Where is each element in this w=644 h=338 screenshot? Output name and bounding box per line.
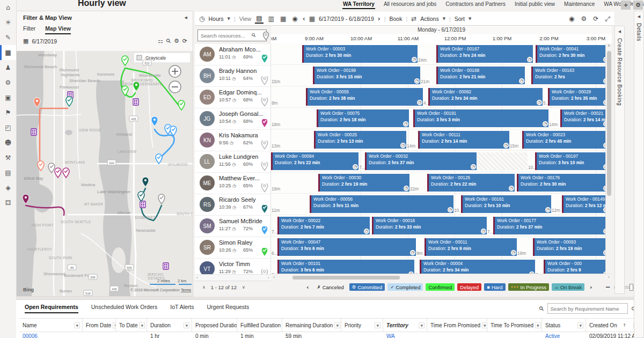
booking-block[interactable]: Work Order - 00056Duration: 3 hrs 11 min… (310, 195, 453, 213)
sidebar-item-documents-icon[interactable]: ▤ (0, 165, 16, 180)
table-row[interactable]: 000061 hr0 min1 min59 minWAActive02/09/2… (19, 331, 644, 338)
booking-block[interactable]: Work Order - 00199Duration: 3 hrs 15 min… (313, 67, 420, 84)
resource-row[interactable]: KNKris Nakamura9:56 ◷62% (195, 130, 270, 151)
settings-icon[interactable]: ⚙ (581, 15, 587, 23)
column-header-time-from-promised[interactable]: Time From Promised▼ (427, 319, 487, 332)
booking-block[interactable]: Work Order - 00041Duration: 2 hrs 30 min… (536, 45, 605, 63)
booking-block[interactable]: Work Order - 00055Duration: 2 hrs 38 min… (306, 88, 423, 106)
gantt-hscrollbar[interactable]: ‹› (271, 274, 612, 280)
chevron-down-icon[interactable]: ▼ (443, 17, 445, 21)
map-pin-icon[interactable] (261, 162, 267, 171)
sidebar-item-connections-icon[interactable]: ✳ (0, 15, 16, 30)
search-requirement-input[interactable] (547, 303, 628, 314)
sidebar-item-schedule-board-icon[interactable]: ▦ (0, 45, 16, 60)
map-pin-icon[interactable] (261, 141, 267, 149)
map-pin-icon[interactable] (261, 98, 267, 106)
page-up-icon[interactable]: ∧ (202, 285, 206, 290)
resource-list-hscrollbar[interactable]: ‹› (195, 274, 271, 281)
legend-canceled[interactable]: ✗Canceled (314, 283, 347, 291)
column-header-duration[interactable]: Duration▼ (147, 319, 192, 332)
map-pin-icon[interactable] (261, 226, 267, 235)
map-pin-filter-icon[interactable] (262, 31, 269, 41)
map-pin-icon[interactable] (261, 76, 267, 85)
search-icon[interactable]: ⚲ (164, 37, 172, 45)
legend-next-icon[interactable]: › (590, 284, 592, 291)
tab-iot-alerts[interactable]: IoT Alerts (170, 304, 194, 313)
booking-block[interactable]: Work Order - 00025Duration: 2 hrs 13 min… (314, 131, 406, 149)
list-view-icon[interactable]: ▤ (255, 14, 263, 24)
date-range[interactable]: 6/17/2019 - 6/18/2019 (319, 16, 374, 22)
map-pin-icon[interactable] (261, 183, 267, 192)
sidebar-item-home-icon[interactable]: ⌂ (0, 0, 16, 15)
column-header-remaining-duration[interactable]: Remaining Duration▼ (282, 319, 341, 332)
booking-block[interactable]: Work Order - 00084Duration: 2 hrs 22 min… (271, 152, 358, 170)
column-header-name[interactable]: Name▼ (19, 319, 83, 332)
view-tab[interactable]: Initial public view (514, 0, 555, 9)
map-zoom-out-button[interactable] (169, 81, 181, 93)
sidebar-item-cards-icon[interactable]: ▣ (0, 90, 16, 105)
column-header-fulfilled-duration[interactable]: Fulfilled Duration▼ (237, 319, 282, 332)
legend-completed[interactable]: ✓Completed (387, 283, 423, 291)
sidebar-item-settings-icon[interactable]: ⚙ (0, 75, 16, 90)
legend-delayed[interactable]: Delayed (457, 283, 481, 291)
map-date[interactable]: 6/17/2019 (32, 38, 57, 45)
sidebar-item-tasks-icon[interactable]: ✎ (0, 30, 16, 45)
bing-map[interactable]: Grayscale WoodwayRichmond BeachRichmondH… (17, 51, 193, 296)
booking-block[interactable]: Work Order - 00093Duration: 2 hrs 19 min… (533, 238, 605, 256)
sidebar-item-contacts-icon[interactable]: ☻ (0, 135, 16, 150)
cell-status[interactable]: Active (542, 331, 586, 338)
refresh-icon[interactable]: ⟳ (182, 38, 187, 45)
filter-icon[interactable]: ▼ (482, 322, 487, 328)
column-header-time-to-promised[interactable]: Time To Promised▼ (487, 319, 542, 332)
filter-icon[interactable]: ▼ (375, 322, 380, 328)
chevron-down-icon[interactable]: ▼ (469, 17, 471, 21)
booking-block[interactable]: Work Order - 00177Duration: 2 hrs 37 min… (493, 217, 605, 234)
resource-row[interactable]: SRSimon Raley10:26 ◷65% (195, 237, 270, 259)
booking-block[interactable]: Work Order - 000Duration: 2 hrs 9◷ (544, 260, 605, 274)
booking-block[interactable]: Work Order - 00004Duration: 2 hrs 34 min… (420, 260, 535, 274)
resource-row[interactable]: SMSamuel McBride11:27 ◷72% (195, 216, 270, 237)
gantt-vscrollbar[interactable]: ∧ (605, 43, 612, 274)
column-header-from-date[interactable]: From Date▼ (83, 319, 116, 332)
legend-in-progress[interactable]: •••In Progress (508, 283, 550, 291)
booking-block[interactable]: Work Order - 00022Duration: 2 hrs 7 min◷ (277, 217, 370, 234)
resource-row[interactable]: AMAbraham Mco...11:01 ◷69% (195, 44, 270, 65)
hours-mode-button[interactable]: Hours (208, 16, 223, 22)
view-tab[interactable]: Contractors and Partners (445, 0, 506, 9)
booking-block[interactable]: Work Order - 00016Duration: 2 hrs 33 min… (372, 217, 487, 234)
details-rail[interactable]: ◀ Details (634, 11, 644, 338)
filter-icon[interactable]: ▼ (74, 322, 80, 328)
booking-block[interactable]: Work Order - 00003Duration: 2 hrs 30 min… (302, 45, 418, 63)
column-header-territory[interactable]: Territory▼ (383, 319, 427, 332)
collapse-icon[interactable]: ◀ (618, 30, 621, 34)
resource-row[interactable]: RSRicardo Seely10:39 ◷67% (195, 194, 270, 216)
booking-block[interactable]: Work Order - 00047Duration: 3 hrs 6 min◷ (277, 238, 416, 256)
booking-block[interactable]: Work Order - 00149Duration: 2 hrs 12 min… (562, 195, 605, 213)
booking-block[interactable]: Work Order - 00161Duration: 2 hrs 10 min… (461, 195, 551, 213)
traffic-icon[interactable]: ⚏ (158, 38, 163, 45)
tab-urgent-requests[interactable]: Urgent Requests (207, 304, 249, 313)
cell-name[interactable]: 00006 (19, 331, 83, 338)
tab-filter[interactable]: Filter (23, 25, 35, 34)
refresh-icon[interactable]: ⟳ (593, 15, 598, 23)
booking-block[interactable]: Work Order - 00168Duration: 2 hrs 21 min… (436, 67, 525, 84)
map-view-icon[interactable]: ◉ (291, 14, 298, 23)
tab-open-requirements[interactable]: Open Requirements (25, 304, 78, 313)
filter-icon[interactable]: ▼ (139, 322, 145, 328)
calendar-icon[interactable]: ▦ (309, 15, 315, 23)
grid-view-icon[interactable]: ▦ (279, 14, 287, 23)
booking-block[interactable]: Work Order - 00023Duration: 2 hrs 45 min… (522, 131, 605, 149)
resource-row[interactable]: BHBrady Hannon10:11 ◷64% (195, 65, 270, 87)
booking-block[interactable]: Work Order - 00163Duration: 2 hrs◷ (531, 67, 605, 84)
cell-territory[interactable]: WA (383, 331, 427, 338)
booking-block[interactable]: Work Order - 00075Duration: 2 hrs 18 min… (317, 109, 409, 127)
expand-icon[interactable]: ⤢ (605, 15, 610, 23)
tab-unscheduled-work-orders[interactable]: Unscheduled Work Orders (91, 304, 158, 313)
actions-button[interactable]: Actions (420, 16, 438, 22)
next-date-icon[interactable]: › (378, 15, 380, 23)
booking-block[interactable]: Work Order - 00029Duration: 2 hrs 35 min… (548, 88, 605, 106)
filter-icon[interactable]: ▼ (334, 322, 340, 328)
map-pin-icon[interactable] (261, 205, 267, 214)
booking-block[interactable]: Work Order - 00011Duration: 2 hrs 9 min◷ (425, 238, 517, 256)
column-header-proposed-duratio[interactable]: Proposed Duratio▼ (192, 319, 237, 332)
